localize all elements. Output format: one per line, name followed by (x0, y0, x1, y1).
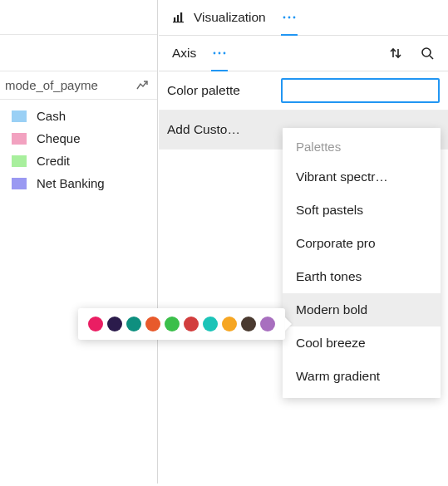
svg-rect-1 (177, 15, 179, 22)
palette-option[interactable]: Modern bold (283, 293, 441, 326)
legend-item[interactable]: Cheque (3, 127, 154, 150)
left-blank-area (0, 0, 157, 71)
palette-color-dot (126, 317, 141, 331)
palette-option[interactable]: Soft pastels (283, 194, 441, 227)
svg-rect-3 (173, 22, 184, 22)
legend-list: CashChequeCreditNet Banking (0, 100, 157, 199)
svg-point-6 (293, 17, 295, 19)
palette-option[interactable]: Corporate pro (283, 227, 441, 260)
svg-point-7 (214, 52, 216, 55)
tab-row-axis: Axis (159, 36, 448, 71)
palette-preview-tooltip (78, 308, 285, 340)
add-custom-label: Add Custo… (167, 122, 275, 137)
palette-color-dot (145, 317, 160, 331)
palette-dropdown-header: Palettes (283, 128, 441, 160)
svg-line-11 (430, 56, 433, 59)
chart-icon (172, 11, 185, 24)
color-palette-input[interactable] (281, 78, 440, 103)
legend-item[interactable]: Credit (3, 150, 154, 172)
palette-dropdown: Palettes Vibrant spectr…Soft pastelsCorp… (283, 128, 441, 398)
svg-point-4 (283, 17, 285, 19)
palette-color-dot (203, 317, 218, 331)
svg-point-5 (288, 17, 290, 19)
legend-item[interactable]: Net Banking (3, 172, 154, 194)
search-icon[interactable] (415, 36, 440, 71)
legend-item-label: Credit (37, 154, 70, 168)
palette-option[interactable]: Vibrant spectr… (283, 160, 441, 194)
tab-row-visualization: Visualization (159, 0, 448, 36)
tab-axis-more[interactable] (208, 36, 231, 71)
palette-color-dot (165, 317, 180, 331)
palette-color-dot (107, 317, 122, 331)
sort-icon[interactable] (383, 36, 408, 71)
legend-item-label: Cheque (37, 131, 81, 145)
tab-visualization-label: Visualization (194, 10, 266, 25)
legend-swatch (12, 155, 27, 167)
legend-title: mode_of_payme (5, 78, 132, 92)
color-palette-row: Color palette (159, 71, 448, 110)
palette-option[interactable]: Earth tones (283, 260, 441, 293)
tab-visualization-more[interactable] (278, 0, 301, 35)
legend-header: mode_of_payme (0, 71, 157, 100)
palette-color-dot (241, 317, 256, 331)
svg-rect-0 (174, 17, 175, 22)
legend-item-label: Cash (37, 109, 66, 123)
legend-swatch (12, 133, 27, 145)
left-panel: mode_of_payme CashChequeCreditNet Bankin… (0, 0, 158, 484)
palette-color-dot (184, 317, 199, 331)
svg-point-9 (224, 52, 226, 55)
legend-item-label: Net Banking (37, 176, 105, 190)
palette-color-dot (260, 317, 275, 331)
legend-swatch (12, 110, 27, 122)
legend-item[interactable]: Cash (3, 105, 154, 127)
tab-axis[interactable]: Axis (167, 36, 201, 71)
palette-color-dot (88, 317, 103, 331)
palette-color-dot (222, 317, 237, 331)
legend-swatch (12, 178, 27, 189)
palette-option[interactable]: Cool breeze (283, 326, 441, 360)
tab-axis-label: Axis (172, 46, 196, 61)
svg-point-8 (219, 52, 221, 55)
tab-visualization[interactable]: Visualization (167, 0, 271, 35)
color-palette-label: Color palette (167, 83, 273, 98)
svg-point-10 (422, 48, 431, 56)
svg-rect-2 (180, 12, 182, 22)
left-blank-row (0, 0, 157, 35)
trend-icon[interactable] (132, 76, 152, 96)
palette-option[interactable]: Warm gradient (283, 360, 441, 393)
